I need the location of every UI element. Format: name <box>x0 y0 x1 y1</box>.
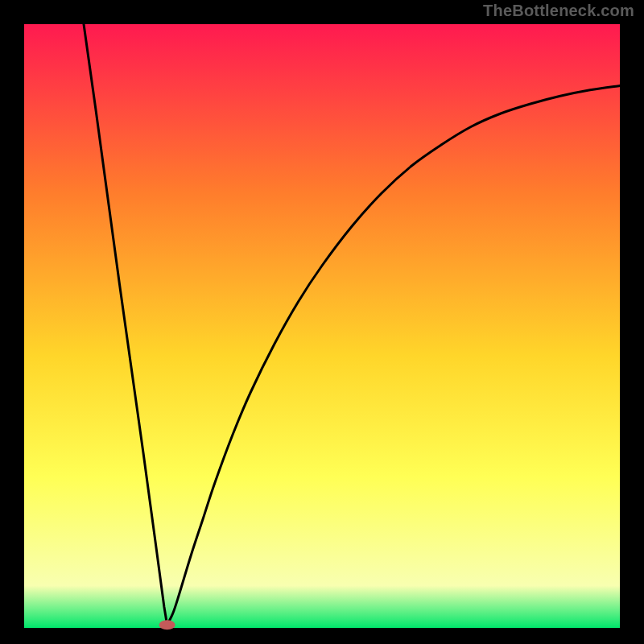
plot-area <box>24 24 620 628</box>
minimum-marker <box>159 620 175 630</box>
watermark-text: TheBottleneck.com <box>483 2 634 20</box>
bottleneck-chart <box>0 0 644 644</box>
chart-container: TheBottleneck.com <box>0 0 644 644</box>
